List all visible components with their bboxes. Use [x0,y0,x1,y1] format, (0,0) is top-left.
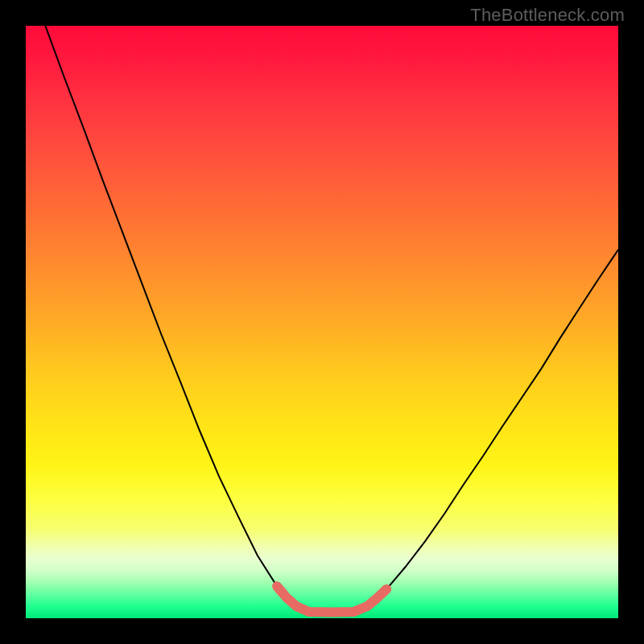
watermark-text: TheBottleneck.com [470,5,625,26]
chart-frame: TheBottleneck.com [0,0,644,644]
optimal-zone-highlight [26,26,618,618]
plot-area [26,26,618,618]
